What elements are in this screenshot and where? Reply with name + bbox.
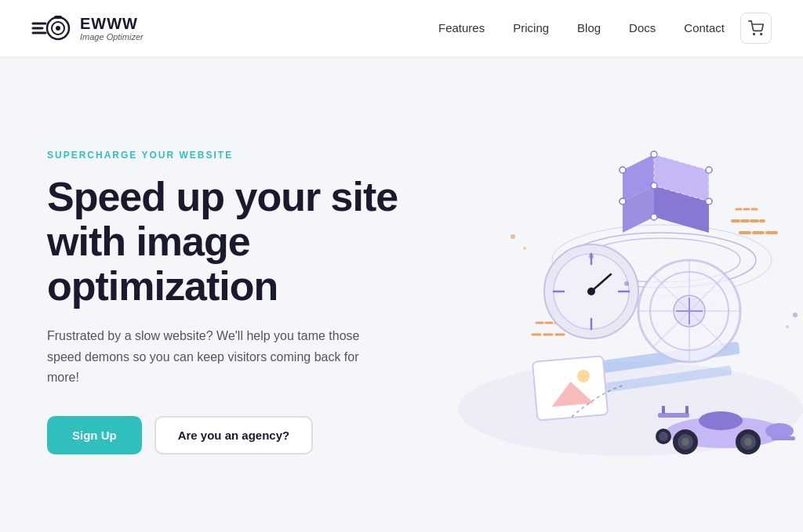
cart-icon (748, 20, 764, 36)
svg-rect-60 (772, 436, 795, 440)
svg-point-8 (761, 34, 762, 35)
brand-logo[interactable]: EWWW Image Optimizer (31, 8, 144, 49)
logo-icon (31, 8, 72, 49)
hero-subtitle: Frustrated by a slow website? We'll help… (47, 326, 361, 388)
hero-title: Speed up your site with image optimizati… (47, 175, 423, 309)
nav-features[interactable]: Features (438, 21, 485, 34)
svg-point-41 (624, 281, 629, 286)
hero-buttons: Sign Up Are you an agency? (47, 416, 423, 454)
svg-rect-59 (685, 406, 689, 414)
svg-point-71 (793, 313, 798, 317)
svg-rect-6 (54, 16, 62, 19)
svg-point-40 (589, 254, 594, 259)
svg-point-39 (587, 288, 595, 295)
agency-button[interactable]: Are you an agency? (154, 416, 314, 454)
svg-point-70 (523, 247, 526, 250)
svg-point-7 (754, 34, 755, 35)
svg-point-29 (620, 198, 626, 204)
hero-illustration-svg (380, 80, 803, 511)
nav-docs[interactable]: Docs (629, 21, 656, 34)
brand-tagline: Image Optimizer (80, 32, 144, 42)
svg-point-66 (744, 438, 752, 446)
svg-point-72 (786, 325, 789, 328)
svg-point-56 (699, 411, 743, 430)
nav-links: Features Pricing Blog Docs Contact (438, 21, 725, 35)
svg-point-30 (651, 214, 657, 220)
svg-point-68 (659, 432, 668, 441)
hero-illustration (380, 80, 803, 511)
navbar: EWWW Image Optimizer Features Pricing Bl… (0, 0, 803, 56)
svg-point-26 (620, 167, 626, 173)
hero-eyebrow: SUPERCHARGE YOUR WEBSITE (47, 150, 423, 161)
brand-name: EWWW (80, 15, 144, 32)
nav-pricing[interactable]: Pricing (513, 21, 549, 34)
hero-content: SUPERCHARGE YOUR WEBSITE Speed up your s… (47, 150, 423, 455)
svg-point-69 (511, 234, 515, 239)
svg-point-63 (681, 438, 689, 446)
signup-button[interactable]: Sign Up (47, 416, 142, 454)
nav-blog[interactable]: Blog (577, 21, 601, 34)
svg-point-5 (56, 26, 60, 31)
nav-contact[interactable]: Contact (684, 21, 725, 34)
hero-section: SUPERCHARGE YOUR WEBSITE Speed up your s… (0, 56, 803, 532)
cart-button[interactable] (740, 13, 772, 44)
svg-rect-58 (662, 406, 665, 414)
